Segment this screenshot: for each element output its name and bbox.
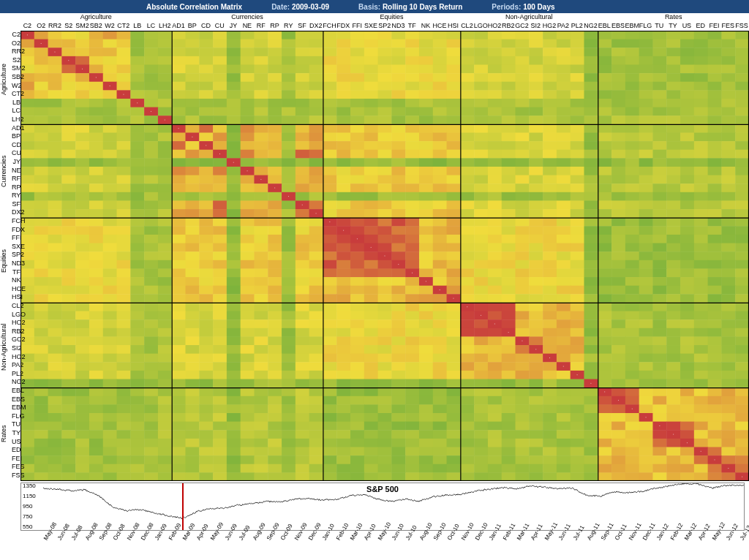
app-root: Absolute Correlation Matrix Date: 2009-0… (0, 0, 749, 560)
row-S2: S2 (12, 56, 20, 65)
row-LGO: LGO (12, 311, 20, 319)
row-RY: RY (12, 192, 20, 200)
row-RP: RP (12, 183, 20, 192)
col-HO2: HO2 (488, 22, 502, 31)
col-RY: RY (282, 22, 296, 31)
row-group-currencies: Currencies (0, 155, 7, 187)
col-HCE: HCE (432, 22, 446, 31)
col-RF: RF (254, 22, 268, 31)
col-FFI: FFI (350, 22, 364, 31)
row-HO2: HO2 (12, 319, 20, 328)
column-group-equities: Equities (362, 13, 421, 20)
column-group-non-agricultural: Non-Agricultural (500, 13, 558, 20)
row-group-non-agricultural: Non-Agricultural (0, 324, 7, 371)
correlation-heatmap (20, 31, 749, 481)
col-LH2: LH2 (158, 22, 172, 31)
col-LGO: LGO (474, 22, 488, 31)
row-SB2: SB2 (12, 73, 20, 82)
col-HG2: HG2 (543, 22, 557, 31)
row-NG2: NG2 (12, 378, 20, 387)
col-CT2: CT2 (116, 22, 130, 31)
col-FES: FES (721, 22, 735, 31)
sp500-ytick: 1350 (23, 483, 36, 489)
row-PL2: PL2 (12, 370, 20, 379)
col-S2: S2 (61, 22, 75, 31)
row-FLG: FLG (12, 412, 20, 421)
row-GC2: GC2 (12, 336, 20, 344)
row-CT2: CT2 (12, 90, 20, 99)
col-SF: SF (296, 22, 309, 31)
col-FLG: FLG (639, 22, 652, 31)
date-value: 2009-03-09 (292, 3, 329, 11)
row-SI2: SI2 (12, 344, 20, 353)
row-SP2: SP2 (12, 251, 20, 260)
col-RP: RP (268, 22, 282, 31)
col-SM2: SM2 (75, 22, 89, 31)
row-TY: TY (12, 429, 20, 438)
col-W2: W2 (103, 22, 117, 31)
row-TF: TF (12, 268, 20, 277)
row-CD: CD (12, 141, 20, 150)
row-NK: NK (12, 276, 20, 285)
row-O2: O2 (12, 39, 20, 48)
col-SI2: SI2 (529, 22, 543, 31)
row-ED: ED (12, 446, 20, 455)
row-group-rates: Rates (0, 425, 7, 443)
col-EBL: EBL (598, 22, 611, 31)
row-PA2: PA2 (12, 361, 20, 370)
col-BP: BP (185, 22, 199, 31)
row-FSS: FSS (12, 472, 20, 480)
row-group-agriculture: Agriculture (0, 64, 7, 95)
row-RR2: RR2 (12, 48, 20, 56)
sp500-date-marker (182, 483, 184, 530)
col-NK: NK (419, 22, 433, 31)
col-TY: TY (666, 22, 680, 31)
row-TU: TU (12, 420, 20, 429)
basis-seg: Basis: Rolling 10 Days Return (358, 3, 462, 11)
col-PA2: PA2 (556, 22, 570, 31)
col-O2: O2 (34, 22, 48, 31)
row-EBS: EBS (12, 396, 20, 404)
col-NG2: NG2 (584, 22, 598, 31)
row-SXE: SXE (12, 243, 20, 251)
col-HSI: HSI (446, 22, 460, 31)
col-ND3: ND3 (391, 22, 405, 31)
row-CU: CU (12, 149, 20, 158)
col-FCH: FCH (323, 22, 336, 31)
row-group-equities: Equities (0, 249, 7, 273)
row-FES: FES (12, 463, 20, 472)
row-HG2: HG2 (12, 353, 20, 362)
date-label: Date: (271, 3, 290, 11)
row-W2: W2 (12, 82, 20, 91)
sp500-ytick: 1150 (23, 493, 36, 499)
row-LB: LB (12, 99, 20, 107)
col-FDX: FDX (336, 22, 350, 31)
date-seg: Date: 2009-03-09 (271, 3, 329, 11)
periods-label: Periods: (492, 3, 521, 11)
col-TF: TF (405, 22, 419, 31)
col-GC2: GC2 (515, 22, 529, 31)
column-group-agriculture: Agriculture (67, 13, 125, 20)
row-ND3: ND3 (12, 260, 20, 268)
row-LH2: LH2 (12, 116, 20, 124)
col-NE: NE (241, 22, 255, 31)
col-FEI: FEI (707, 22, 721, 31)
col-ED: ED (693, 22, 707, 31)
sp500-x-ticks: May-08Jun-08Jul-08Aug-08Sep-08Oct-08Nov-… (20, 531, 745, 551)
col-CL2: CL2 (460, 22, 474, 31)
col-RB2: RB2 (501, 22, 515, 31)
title: Absolute Correlation Matrix (146, 3, 242, 11)
col-EBM: EBM (625, 22, 639, 31)
periods-seg: Periods: 100 Days (492, 3, 554, 11)
matrix-body: AgricultureCurrenciesEquitiesNon-Agricul… (0, 31, 749, 481)
sp500-ytick: 750 (23, 513, 32, 520)
row-C2: C2 (12, 31, 20, 39)
row-DX2: DX2 (12, 208, 20, 217)
row-ticker-labels: C2O2RR2S2SM2SB2W2CT2LBLCLH2AD1BPCDCUJYNE… (12, 31, 20, 481)
row-NE: NE (12, 167, 20, 175)
col-SXE: SXE (364, 22, 378, 31)
row-RB2: RB2 (12, 328, 20, 336)
col-PL2: PL2 (570, 22, 584, 31)
col-US: US (680, 22, 694, 31)
sp500-title: S&P 500 (366, 485, 399, 493)
